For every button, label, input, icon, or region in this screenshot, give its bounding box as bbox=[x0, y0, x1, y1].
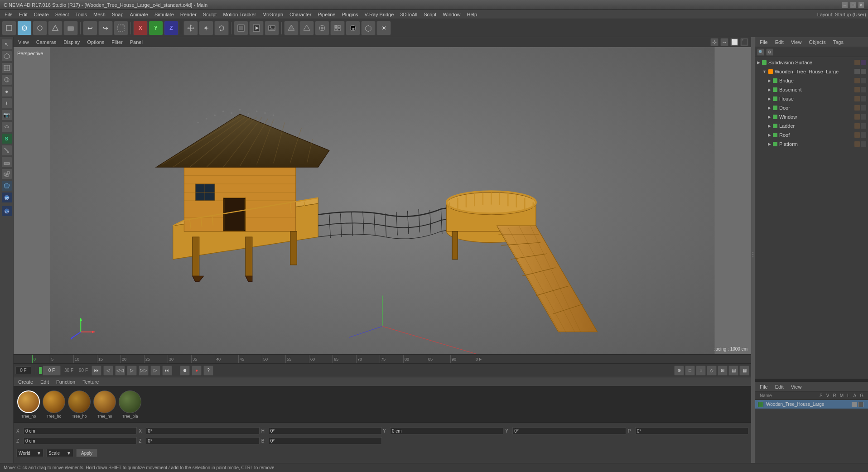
panel-resize-handle[interactable] bbox=[751, 37, 755, 472]
vp-menu-options[interactable]: Options bbox=[85, 39, 106, 46]
p-value[interactable]: 0° bbox=[635, 427, 748, 434]
mat-edit-menu[interactable]: Edit bbox=[39, 378, 51, 385]
menu-motiontracker[interactable]: Motion Tracker bbox=[220, 11, 259, 18]
obj-item-window[interactable]: ▶ Window bbox=[755, 112, 868, 121]
mat-file-menu[interactable]: File bbox=[758, 383, 770, 390]
vp-menu-panel[interactable]: Panel bbox=[128, 39, 145, 46]
sidebar-icon-light[interactable]: ● bbox=[1, 86, 12, 97]
sidebar-icon-null[interactable]: + bbox=[1, 98, 12, 109]
play-reverse-button[interactable]: ◁◁ bbox=[115, 366, 125, 376]
menu-help[interactable]: Help bbox=[464, 11, 480, 18]
obj-item-house[interactable]: ▶ House bbox=[755, 94, 868, 103]
mat-view-menu2[interactable]: View bbox=[789, 383, 804, 390]
record-key[interactable]: ● bbox=[192, 366, 202, 376]
material-thumb-1[interactable]: Tree_ho bbox=[17, 390, 40, 419]
obj-item-treehouse[interactable]: ▼ Wooden_Tree_House_Large bbox=[755, 67, 868, 76]
b-value[interactable]: 0° bbox=[269, 437, 382, 444]
material-thumb-3[interactable]: Tree_ho bbox=[68, 390, 91, 419]
obj-toolbar-icon-2[interactable]: ⚙ bbox=[766, 48, 773, 56]
frame-input[interactable]: 0 F bbox=[43, 366, 61, 376]
vp-icon-2[interactable]: ↔ bbox=[720, 38, 728, 46]
mat-row-treehouse[interactable]: Wooden_Tree_House_Large bbox=[755, 400, 868, 409]
material-thumb-2[interactable]: Tree_ho bbox=[43, 390, 65, 419]
sidebar-icon-python[interactable]: py bbox=[1, 192, 12, 203]
menu-edit[interactable]: Edit bbox=[16, 11, 30, 18]
x-pos-value[interactable]: 0 cm bbox=[24, 427, 137, 434]
display-mode-6[interactable] bbox=[361, 21, 376, 35]
axis-y[interactable]: Y bbox=[149, 21, 163, 35]
y-rot-value[interactable]: 0° bbox=[512, 427, 626, 434]
display-mode-4[interactable] bbox=[330, 21, 345, 35]
z-rot-value[interactable]: 0° bbox=[146, 437, 259, 444]
psd-key[interactable]: ▤ bbox=[728, 366, 738, 376]
menu-tools[interactable]: Tools bbox=[72, 11, 90, 18]
timeline-playhead[interactable] bbox=[32, 355, 33, 363]
menu-animate[interactable]: Animate bbox=[127, 11, 151, 18]
mode-model[interactable] bbox=[2, 21, 16, 35]
goto-start-button[interactable]: ⏮ bbox=[92, 366, 101, 376]
display-mode-1[interactable] bbox=[284, 21, 299, 35]
mode-edges[interactable] bbox=[48, 21, 63, 35]
play-button[interactable]: ▷ bbox=[127, 366, 137, 376]
menu-file[interactable]: File bbox=[2, 11, 15, 18]
timeline-ruler[interactable]: 0 5 10 15 20 25 30 35 40 45 50 55 60 65 … bbox=[14, 354, 751, 363]
sidebar-icon-sphere[interactable] bbox=[1, 74, 12, 85]
menu-mograph[interactable]: MoGraph bbox=[260, 11, 286, 18]
sidebar-icon-python2[interactable]: py bbox=[1, 206, 12, 217]
vp-menu-cameras[interactable]: Cameras bbox=[34, 39, 58, 46]
material-thumb-5[interactable]: Tree_pla bbox=[119, 390, 141, 419]
transform-mode-dropdown[interactable]: Scale ▼ bbox=[46, 449, 73, 457]
sidebar-icon-s[interactable]: S bbox=[1, 133, 12, 144]
obj-item-platform[interactable]: ▶ Platform bbox=[755, 140, 868, 149]
param-key[interactable]: ◇ bbox=[707, 366, 717, 376]
play-forward-button[interactable]: ▷▷ bbox=[139, 366, 149, 376]
move-key[interactable]: ⊕ bbox=[674, 366, 684, 376]
obj-objects-menu[interactable]: Objects bbox=[807, 39, 827, 46]
sidebar-icon-deformer[interactable] bbox=[1, 121, 12, 132]
vp-menu-filter[interactable]: Filter bbox=[110, 39, 124, 46]
vp-menu-view[interactable]: View bbox=[16, 39, 31, 46]
axis-x[interactable]: X bbox=[133, 21, 148, 35]
menu-3dtoall[interactable]: 3DToAll bbox=[397, 11, 420, 18]
sidebar-icon-floor[interactable] bbox=[1, 157, 12, 168]
obj-item-ladder[interactable]: ▶ Ladder bbox=[755, 121, 868, 130]
rotate-tool[interactable] bbox=[214, 21, 229, 35]
x-rot-value[interactable]: 0° bbox=[146, 427, 259, 434]
z-pos-value[interactable]: 0 cm bbox=[24, 437, 137, 444]
mode-polygons[interactable] bbox=[63, 21, 78, 35]
step-forward-button[interactable]: ▷ bbox=[150, 366, 160, 376]
goto-end-button[interactable]: ⏭ bbox=[162, 366, 172, 376]
sidebar-icon-cursor[interactable]: ↖ bbox=[1, 39, 12, 50]
obj-item-subdivision[interactable]: ▶ Subdivision Surface bbox=[755, 58, 868, 67]
vp-menu-display[interactable]: Display bbox=[62, 39, 82, 46]
obj-view-menu[interactable]: View bbox=[789, 39, 804, 46]
display-mode-7[interactable]: ☀ bbox=[376, 21, 391, 35]
display-mode-3[interactable] bbox=[315, 21, 329, 35]
move-tool[interactable] bbox=[183, 21, 198, 35]
menu-script[interactable]: Script bbox=[421, 11, 439, 18]
display-mode-2[interactable] bbox=[299, 21, 314, 35]
record-active[interactable]: ⏺ bbox=[180, 366, 190, 376]
point-key[interactable]: ⊞ bbox=[718, 366, 728, 376]
sidebar-icon-brush[interactable] bbox=[1, 145, 12, 156]
current-frame-display[interactable]: 0 F bbox=[15, 366, 31, 374]
menu-sculpt[interactable]: Sculpt bbox=[200, 11, 220, 18]
render-active[interactable] bbox=[249, 21, 264, 35]
sidebar-icon-object-plugin[interactable] bbox=[1, 180, 12, 191]
minimize-button[interactable]: ─ bbox=[842, 2, 848, 8]
close-button[interactable]: ✕ bbox=[858, 2, 864, 8]
obj-toolbar-icon-1[interactable]: 🔍 bbox=[757, 48, 764, 56]
obj-file-menu[interactable]: File bbox=[758, 39, 770, 46]
h-value[interactable]: 0° bbox=[269, 427, 382, 434]
undo-button[interactable]: ↩ bbox=[83, 21, 97, 35]
material-thumb-4[interactable]: Tree_ho bbox=[93, 390, 116, 419]
menu-character[interactable]: Character bbox=[287, 11, 314, 18]
step-back-button[interactable]: ◁ bbox=[103, 366, 113, 376]
help-button[interactable]: ? bbox=[203, 366, 213, 376]
scale-tool[interactable] bbox=[199, 21, 213, 35]
coord-mode-dropdown[interactable]: World ▼ bbox=[16, 449, 43, 457]
render-picture[interactable] bbox=[265, 21, 279, 35]
mat-texture-menu[interactable]: Texture bbox=[81, 378, 101, 385]
obj-item-basement[interactable]: ▶ Basement bbox=[755, 85, 868, 94]
rotate-key[interactable]: ○ bbox=[696, 366, 706, 376]
